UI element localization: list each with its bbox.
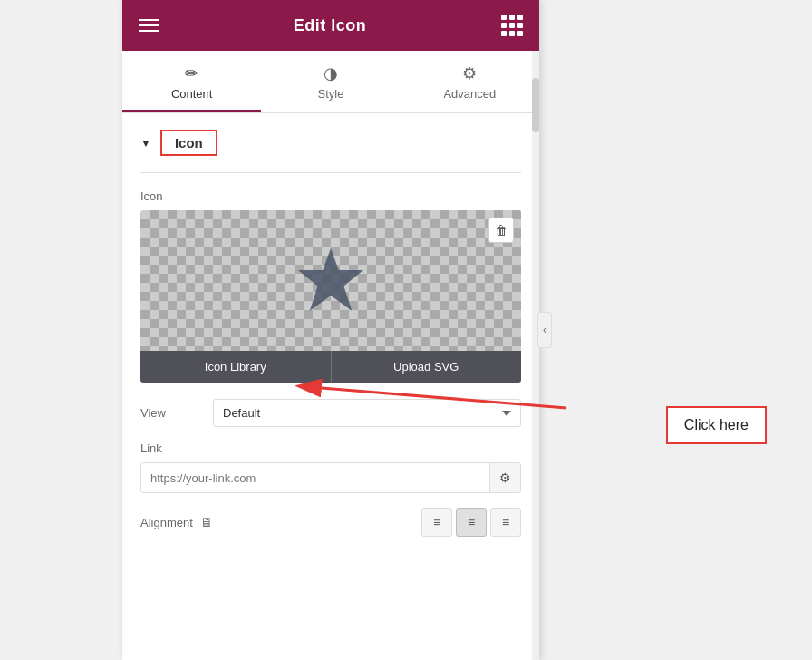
link-input-row: ⚙ [140,462,521,493]
divider [140,172,521,173]
pencil-icon: ✏ [185,63,198,83]
callout-box: Click here [666,406,767,444]
align-center-button[interactable]: ≡ [456,508,487,537]
view-select[interactable]: Default Stacked Framed SVG [213,399,521,427]
tab-advanced[interactable]: ⚙ Advanced [401,51,539,112]
panel-title: Edit Icon [294,16,367,35]
contrast-icon: ◑ [324,63,338,83]
section-header: ▼ Icon [140,130,521,156]
upload-svg-button[interactable]: Upload SVG [332,351,522,383]
monitor-icon: 🖥 [200,515,213,529]
link-label: Link [140,442,521,455]
grid-apps-icon[interactable] [501,15,523,36]
delete-icon-button[interactable]: 🗑 [488,218,514,243]
alignment-row: Alignment 🖥 ≡ ≡ ≡ [140,508,521,537]
view-field-row: View Default Stacked Framed SVG [140,399,521,427]
icon-actions-bar: Icon Library Upload SVG [140,351,521,383]
tabs-bar: ✏ Content ◑ Style ⚙ Advanced [122,51,539,113]
gear-icon: ⚙ [462,63,477,83]
section-collapse-icon[interactable]: ▼ [140,137,151,150]
tab-style-label: Style [318,87,344,101]
panel-header: Edit Icon [122,0,539,51]
alignment-label: Alignment [140,516,193,529]
align-left-button[interactable]: ≡ [421,508,452,537]
icon-library-button[interactable]: Icon Library [140,351,332,383]
view-select-wrapper: Default Stacked Framed SVG [213,399,521,427]
tab-content-label: Content [171,87,213,101]
align-right-button[interactable]: ≡ [490,508,521,537]
edit-panel: Edit Icon ✏ Content ◑ Style ⚙ Advanced ▼… [122,0,539,660]
scrollbar-thumb[interactable] [532,78,539,132]
content-area: ▼ Icon Icon 🗑 Icon Library Upload SVG [122,113,539,659]
section-title: Icon [160,130,218,156]
alignment-buttons: ≡ ≡ ≡ [421,508,521,537]
link-section: Link ⚙ [140,442,521,493]
tab-style[interactable]: ◑ Style [261,51,400,112]
tab-advanced-label: Advanced [443,87,496,101]
icon-field-label: Icon [140,189,521,203]
icon-preview-container: 🗑 Icon Library Upload SVG [140,210,521,383]
link-input[interactable] [141,463,489,492]
hamburger-menu-icon[interactable] [139,19,159,32]
collapse-panel-button[interactable]: ‹ [537,312,552,348]
view-label: View [140,406,213,420]
svg-marker-0 [298,248,363,311]
callout-text: Click here [684,417,749,432]
star-preview-icon [295,245,367,317]
tab-content[interactable]: ✏ Content [122,51,261,112]
icon-checkerboard: 🗑 [140,210,521,351]
scrollbar-track [532,51,539,660]
link-settings-button[interactable]: ⚙ [489,463,520,492]
